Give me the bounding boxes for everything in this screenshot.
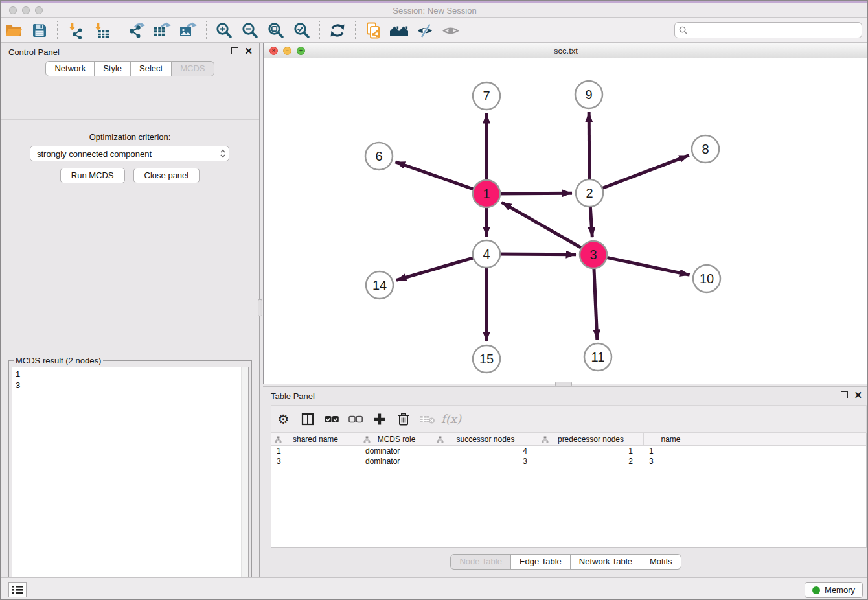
graph-node-11[interactable]: 11 bbox=[584, 343, 611, 371]
export-image-glyph bbox=[179, 22, 198, 39]
graph-node-4[interactable]: 4 bbox=[473, 240, 500, 268]
clone-network-icon[interactable] bbox=[360, 19, 386, 41]
fx-label: f(x) bbox=[441, 412, 461, 426]
svg-text:10: 10 bbox=[700, 271, 714, 286]
graph-node-8[interactable]: 8 bbox=[692, 135, 719, 163]
graph-node-1[interactable]: 1 bbox=[473, 180, 500, 207]
column-header-shared-name[interactable]: shared name bbox=[271, 433, 360, 445]
table-settings-icon[interactable]: ⚙ bbox=[271, 408, 295, 431]
svg-text:3: 3 bbox=[589, 248, 597, 262]
zoom-in-icon[interactable] bbox=[211, 19, 237, 41]
tab-mcds[interactable]: MCDS bbox=[171, 61, 214, 76]
tab-select[interactable]: Select bbox=[130, 61, 172, 76]
search-input[interactable] bbox=[688, 23, 862, 37]
import-network-glyph bbox=[67, 22, 84, 39]
home-icon[interactable] bbox=[386, 19, 412, 41]
table-row[interactable]: 3dominator323 bbox=[271, 456, 866, 467]
table-cell[interactable]: 2 bbox=[538, 457, 644, 466]
horizontal-splitter-handle[interactable] bbox=[555, 382, 572, 386]
export-network-icon[interactable] bbox=[124, 19, 150, 41]
export-table-icon[interactable] bbox=[150, 19, 176, 41]
column-header-name[interactable]: name bbox=[644, 433, 698, 445]
float-table-panel-icon[interactable] bbox=[841, 391, 848, 398]
export-network-glyph bbox=[128, 22, 145, 39]
table-cell[interactable]: dominator bbox=[360, 457, 433, 466]
memory-button[interactable]: Memory bbox=[805, 582, 863, 598]
tab-network[interactable]: Network bbox=[45, 61, 95, 76]
table-cell[interactable]: 4 bbox=[433, 446, 538, 456]
graph-edge-3-10[interactable] bbox=[593, 255, 690, 275]
graph-node-7[interactable]: 7 bbox=[473, 82, 500, 110]
import-table-icon[interactable] bbox=[88, 19, 114, 41]
table-cell[interactable]: 1 bbox=[271, 446, 360, 456]
delete-column-icon[interactable] bbox=[391, 408, 415, 431]
float-panel-icon[interactable] bbox=[231, 47, 238, 54]
mcds-result-title: MCDS result (2 nodes) bbox=[14, 356, 103, 365]
close-panel-icon[interactable]: ✕ bbox=[244, 47, 253, 54]
graph-edge-3-1[interactable] bbox=[501, 202, 593, 255]
window-titlebar: Session: New Session bbox=[1, 3, 868, 18]
table-cell[interactable]: 3 bbox=[644, 457, 698, 466]
graph-node-3[interactable]: 3 bbox=[580, 241, 607, 268]
save-session-icon[interactable] bbox=[27, 19, 52, 41]
optimization-criterion-label: Optimization criterion: bbox=[1, 132, 259, 142]
list-icon bbox=[12, 585, 23, 595]
tab-edge-table[interactable]: Edge Table bbox=[510, 554, 571, 570]
graph-node-15[interactable]: 15 bbox=[473, 345, 500, 373]
graph-node-6[interactable]: 6 bbox=[365, 143, 393, 170]
table-cell[interactable]: dominator bbox=[360, 446, 433, 456]
result-scrollbar[interactable] bbox=[241, 367, 248, 600]
graph-node-10[interactable]: 10 bbox=[693, 265, 720, 292]
table-cell[interactable]: 3 bbox=[271, 457, 360, 466]
column-label: shared name bbox=[293, 435, 338, 444]
tab-style[interactable]: Style bbox=[94, 61, 131, 76]
graph-node-9[interactable]: 9 bbox=[575, 81, 602, 108]
zoom-out-icon[interactable] bbox=[237, 19, 263, 41]
floppy-icon bbox=[32, 23, 47, 38]
vertical-splitter-handle[interactable] bbox=[258, 299, 262, 316]
table-cell[interactable]: 3 bbox=[433, 457, 538, 466]
zoom-selected-icon[interactable] bbox=[289, 19, 315, 41]
table-row[interactable]: 1dominator411 bbox=[271, 446, 866, 456]
column-header-predecessor-nodes[interactable]: predecessor nodes bbox=[538, 433, 644, 445]
toggle-details-icon[interactable] bbox=[412, 19, 438, 41]
close-table-panel-icon[interactable]: ✕ bbox=[854, 391, 862, 398]
open-file-icon[interactable] bbox=[1, 19, 27, 41]
close-panel-button[interactable]: Close panel bbox=[133, 168, 200, 183]
table-cell[interactable]: 1 bbox=[538, 446, 644, 456]
zoom-out-glyph bbox=[242, 22, 258, 39]
svg-text:7: 7 bbox=[483, 89, 490, 103]
network-canvas[interactable]: 7968124314101511 bbox=[264, 59, 868, 384]
run-mcds-button[interactable]: Run MCDS bbox=[60, 168, 125, 183]
criterion-select[interactable]: strongly connected component bbox=[30, 146, 229, 161]
select-all-icon[interactable] bbox=[319, 408, 343, 431]
mcds-result-area[interactable]: 1 3 bbox=[12, 367, 249, 600]
table-header-row: shared nameMCDS rolesuccessor nodesprede… bbox=[271, 433, 866, 446]
export-image-icon[interactable] bbox=[176, 19, 201, 41]
table-panel-title: Table Panel bbox=[271, 391, 315, 401]
add-column-icon[interactable] bbox=[367, 408, 391, 431]
column-header-mcds-role[interactable]: MCDS role bbox=[360, 433, 433, 445]
tab-motifs[interactable]: Motifs bbox=[641, 554, 681, 570]
graph-node-14[interactable]: 14 bbox=[366, 271, 393, 299]
svg-text:8: 8 bbox=[702, 142, 709, 156]
zoom-fit-icon[interactable] bbox=[263, 19, 289, 41]
graph-node-2[interactable]: 2 bbox=[576, 179, 603, 207]
attribute-tree-icon bbox=[437, 436, 444, 445]
table-cell[interactable]: 1 bbox=[644, 446, 698, 456]
column-header-successor-nodes[interactable]: successor nodes bbox=[433, 433, 538, 445]
column-layout-icon[interactable] bbox=[295, 408, 319, 431]
column-label: predecessor nodes bbox=[558, 435, 624, 444]
graph-edge-2-8[interactable] bbox=[589, 156, 689, 193]
graph-edge-1-6[interactable] bbox=[395, 162, 486, 194]
tab-node-table[interactable]: Node Table bbox=[450, 554, 511, 570]
task-history-button[interactable] bbox=[8, 582, 27, 597]
deselect-all-icon[interactable] bbox=[343, 408, 367, 431]
show-hide-icon[interactable] bbox=[438, 19, 464, 41]
refresh-icon[interactable] bbox=[325, 19, 350, 41]
delete-table-icon[interactable] bbox=[415, 408, 439, 431]
import-network-icon[interactable] bbox=[62, 19, 88, 41]
tab-network-table[interactable]: Network Table bbox=[570, 554, 641, 570]
svg-text:11: 11 bbox=[591, 350, 605, 364]
function-builder-icon[interactable]: f(x) bbox=[439, 408, 463, 431]
